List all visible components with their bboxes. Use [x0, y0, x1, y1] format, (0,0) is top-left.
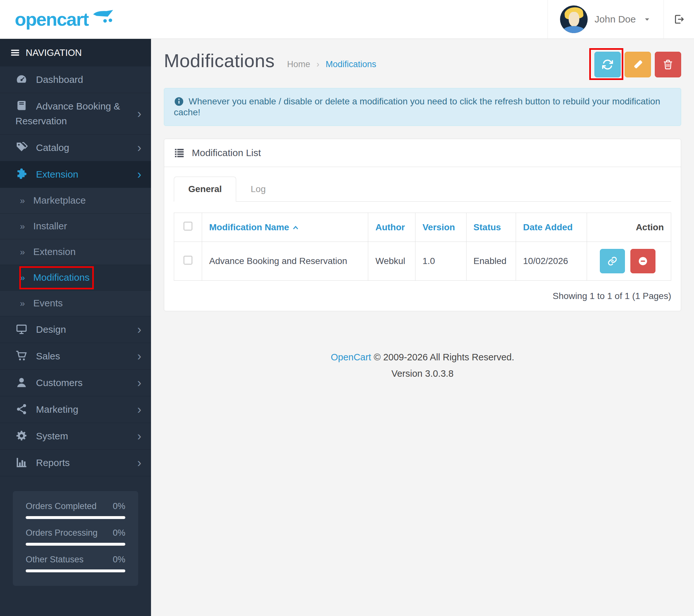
sort-status-link[interactable]: Status	[474, 222, 501, 232]
sidebar-item-label: Marketplace	[33, 195, 86, 206]
footer: OpenCart © 2009-2026 All Rights Reserved…	[151, 349, 694, 382]
sidebar-menu: Dashboard Advance Booking & Reservation …	[0, 67, 151, 476]
pagination-status: Showing 1 to 1 of 1 (1 Pages)	[174, 291, 671, 301]
progress-bar	[26, 543, 125, 546]
sidebar-item-label: Customers	[36, 377, 83, 388]
sidebar-item-advance-booking[interactable]: Advance Booking & Reservation ›	[0, 93, 151, 134]
sidebar-item-installer[interactable]: »Installer	[0, 213, 151, 239]
stat-value: 0%	[113, 501, 125, 511]
sidebar-item-catalog[interactable]: Catalog ›	[0, 134, 151, 161]
sort-date-added-link[interactable]: Date Added	[523, 222, 573, 232]
cell-action	[587, 242, 671, 281]
chevron-right-icon: ›	[137, 168, 141, 181]
breadcrumb-current-link[interactable]: Modifications	[326, 59, 377, 69]
sidebar-item-sales[interactable]: Sales ›	[0, 343, 151, 370]
sidebar-item-customers[interactable]: Customers ›	[0, 370, 151, 396]
breadcrumb: Home › Modifications	[287, 59, 376, 69]
trash-icon	[662, 59, 674, 70]
stat-value: 0%	[113, 528, 125, 538]
sidebar-navigation-header[interactable]: NAVIGATION	[0, 39, 151, 67]
sidebar-item-label: Extension	[33, 246, 76, 257]
gear-icon	[15, 430, 28, 442]
page-header: Modifications Home › Modifications	[151, 39, 694, 78]
tab-log[interactable]: Log	[236, 176, 280, 202]
select-all-checkbox[interactable]	[184, 222, 192, 230]
caret-down-icon	[643, 15, 651, 23]
refresh-button[interactable]	[595, 52, 621, 77]
bar-chart-icon	[15, 456, 28, 469]
stat-orders-completed: Orders Completed 0%	[26, 501, 125, 519]
copyright-text: © 2009-2026 All Rights Reserved.	[371, 352, 514, 362]
logout-button[interactable]	[663, 0, 694, 39]
row-checkbox[interactable]	[184, 256, 192, 264]
tab-general[interactable]: General	[174, 176, 236, 202]
chevron-right-icon: ›	[137, 404, 141, 416]
logo-text: opencart	[15, 10, 88, 29]
sidebar-item-label: Advance Booking & Reservation	[15, 101, 120, 126]
breadcrumb-home-link[interactable]: Home	[287, 59, 310, 69]
sidebar-item-extension[interactable]: Extension ›	[0, 161, 151, 188]
breadcrumb-separator: ›	[316, 59, 319, 69]
sidebar-item-modifications[interactable]: »Modifications	[0, 265, 151, 291]
chevron-right-icon: ›	[137, 142, 141, 154]
link-icon	[607, 256, 618, 266]
refresh-icon	[601, 58, 614, 71]
opencart-logo[interactable]: opencart	[0, 0, 151, 39]
sidebar-item-marketplace[interactable]: »Marketplace	[0, 188, 151, 213]
sidebar-item-events[interactable]: »Events	[0, 291, 151, 316]
sidebar-item-reports[interactable]: Reports ›	[0, 450, 151, 476]
sort-version-link[interactable]: Version	[422, 222, 455, 232]
sidebar-item-label: Modifications	[33, 272, 90, 283]
logout-icon	[673, 14, 684, 25]
sidebar-item-label: Dashboard	[36, 74, 83, 85]
panel-body: General Log Modification Name Author Ver	[164, 167, 681, 311]
sidebar-item-extension-sub[interactable]: »Extension	[0, 239, 151, 265]
sidebar-item-label: Marketing	[36, 404, 78, 415]
opencart-admin-page: { "header": { "logo_text": "opencart", "…	[0, 0, 694, 616]
sidebar-item-label: Installer	[33, 221, 67, 231]
tags-icon	[15, 141, 28, 153]
opencart-link[interactable]: OpenCart	[331, 352, 371, 362]
footer-version: Version 3.0.3.8	[151, 366, 694, 382]
modification-list-panel: Modification List General Log Modificati…	[164, 139, 681, 311]
row-disable-button[interactable]	[631, 249, 655, 273]
alert-text: Whenever you enable / disable or delete …	[174, 96, 660, 117]
modification-table: Modification Name Author Version Status …	[174, 212, 671, 281]
eraser-icon	[632, 58, 644, 71]
cell-modification-name: Advance Booking and Reservation	[202, 242, 368, 281]
sidebar-item-design[interactable]: Design ›	[0, 316, 151, 343]
clear-button[interactable]	[625, 52, 651, 77]
chevron-right-icon: ›	[137, 323, 141, 336]
page-title: Modifications	[164, 50, 275, 71]
sidebar-item-dashboard[interactable]: Dashboard	[0, 67, 151, 93]
sidebar-item-label: Sales	[36, 351, 60, 361]
stat-label: Other Statuses	[26, 555, 84, 565]
chevron-right-icon: ›	[137, 457, 141, 469]
cell-version: 1.0	[415, 242, 466, 281]
page-action-buttons	[595, 52, 681, 77]
avatar	[560, 5, 588, 33]
action-column-header: Action	[587, 213, 671, 242]
sidebar-item-marketing[interactable]: Marketing ›	[0, 396, 151, 423]
chevron-right-icon: ›	[137, 108, 141, 120]
minus-circle-icon	[638, 256, 648, 266]
sort-author-link[interactable]: Author	[375, 222, 405, 232]
double-chevron-icon: »	[20, 195, 25, 206]
sort-modification-name-link[interactable]: Modification Name	[209, 222, 299, 232]
sidebar-item-label: Events	[33, 298, 63, 308]
logo-cart-icon	[92, 9, 115, 25]
app-header: opencart John Doe	[0, 0, 694, 39]
progress-bar	[26, 516, 125, 519]
double-chevron-icon: »	[20, 273, 25, 283]
row-link-button[interactable]	[600, 249, 625, 273]
cell-date-added: 10/02/2026	[516, 242, 587, 281]
list-icon	[174, 147, 185, 158]
chevron-right-icon: ›	[137, 430, 141, 442]
sidebar-item-system[interactable]: System ›	[0, 423, 151, 450]
stat-label: Orders Processing	[26, 528, 98, 538]
sidebar-item-label: Design	[36, 324, 66, 335]
cart-icon	[15, 350, 28, 362]
sort-asc-icon	[292, 225, 299, 230]
delete-button[interactable]	[655, 52, 681, 77]
user-menu[interactable]: John Doe	[547, 0, 663, 39]
